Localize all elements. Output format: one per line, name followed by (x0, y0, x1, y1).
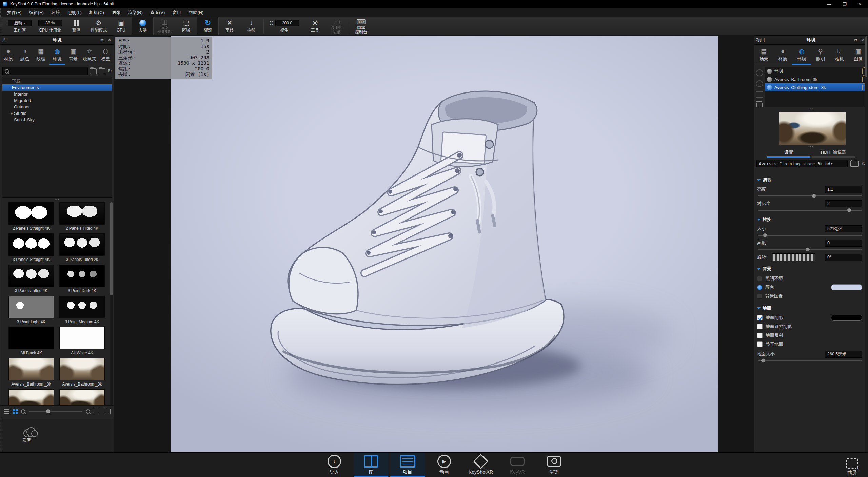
unlock-icon[interactable] (862, 68, 863, 74)
screenshot-button[interactable]: 截屏 (840, 458, 865, 476)
dolly-button[interactable]: ↓ 推移 (240, 17, 262, 35)
background-image-option[interactable]: 背景图像 (757, 292, 862, 300)
library-tab-materials[interactable]: ●材质 (0, 45, 17, 65)
menu-file[interactable]: 文件(F) (3, 8, 25, 17)
environment-thumb[interactable]: 3 Panels Tilted 4K (8, 265, 54, 293)
environment-thumb[interactable]: 2 Panels Straight 4K (8, 202, 54, 231)
environment-thumb[interactable]: All Black 4K (8, 327, 54, 355)
ground-shadow-option[interactable]: 地面阴影 (757, 313, 862, 322)
environment-thumb[interactable]: 3 Point Light 4K (8, 296, 54, 324)
project-tab-scene[interactable]: ▤场景 (754, 45, 773, 65)
menu-camera[interactable]: 相机(C) (85, 8, 108, 17)
hdri-preview-image[interactable] (779, 112, 846, 145)
thumbnail-size-slider[interactable] (29, 411, 82, 412)
unlock-icon[interactable] (862, 77, 863, 82)
environment-row-clothing-store[interactable]: Aversis_Clothing-store_3k (765, 83, 865, 91)
section-background[interactable]: 背景 (757, 266, 862, 272)
realtime-viewport[interactable]: FPS:1.9 时间:15s 采样值:2 三角形:903,298 资源:1580… (114, 35, 755, 453)
menu-help[interactable]: 帮助(H) (185, 8, 207, 17)
ground-reflection-option[interactable]: 地面反射 (757, 331, 862, 340)
browse-folder-icon[interactable] (850, 161, 859, 167)
background-color-option[interactable]: 颜色 (757, 283, 862, 292)
brightness-field[interactable]: 1.1 (825, 186, 862, 193)
project-tab-environment[interactable]: ◍环境 (792, 45, 811, 65)
checkbox-checked-icon[interactable] (757, 315, 763, 320)
close-panel-icon[interactable]: ✕ (107, 38, 112, 42)
library-tab-environments[interactable]: ◍环境 (49, 45, 65, 65)
menu-lighting[interactable]: 照明(L) (64, 8, 85, 17)
environment-thumb[interactable]: 3 Point Medium 4K (59, 296, 105, 324)
project-tab-lighting[interactable]: ⚲照明 (811, 45, 830, 65)
checkbox-icon[interactable] (757, 333, 763, 338)
height-slider[interactable] (758, 248, 862, 251)
dock-library[interactable]: 库 (354, 453, 388, 477)
menu-edit[interactable]: 编辑(E) (25, 8, 47, 17)
library-splitter-handle[interactable]: ••• (0, 198, 114, 201)
library-tab-models[interactable]: ⬡模型 (98, 45, 114, 65)
project-tab-material[interactable]: ●材质 (773, 45, 792, 65)
radio-icon[interactable] (757, 294, 762, 299)
float-panel-icon[interactable]: ⧉ (100, 38, 104, 42)
close-panel-icon[interactable]: ✕ (861, 38, 866, 42)
contrast-field[interactable]: 2 (825, 200, 862, 207)
environment-thumb[interactable]: Aversis_Bathroom_3k (59, 358, 105, 387)
denoise-button[interactable]: 去噪 (132, 17, 154, 35)
tree-item-migrated[interactable]: Migrated (2, 97, 112, 104)
environment-thumb[interactable]: All White 4K (59, 327, 105, 355)
list-view-icon[interactable] (4, 409, 9, 414)
environment-row-default[interactable]: 环境 (765, 67, 865, 75)
delete-environment-icon[interactable] (756, 103, 763, 107)
performance-mode-button[interactable]: ⚙ 性能模式 (87, 17, 110, 35)
library-tab-favorites[interactable]: ☆收藏夹 (81, 45, 98, 65)
section-ground[interactable]: 地面 (757, 305, 862, 311)
tree-item-environments[interactable]: −Environments (2, 84, 112, 91)
open-folder-icon[interactable] (104, 409, 111, 414)
checkbox-icon[interactable] (757, 324, 763, 329)
section-adjustments[interactable]: 调节 (757, 177, 862, 183)
checkbox-icon[interactable] (757, 341, 763, 347)
library-tab-textures[interactable]: ▦纹理 (33, 45, 49, 65)
dock-render[interactable]: 渲染 (537, 453, 571, 477)
pause-button[interactable]: 暂停 (65, 17, 87, 35)
height-field[interactable]: 0 (825, 240, 862, 247)
section-transform[interactable]: 转换 (757, 216, 862, 223)
menu-image[interactable]: 图像 (108, 8, 124, 17)
dock-keyshotxr[interactable]: KeyShotXR (463, 453, 498, 477)
library-search-input[interactable] (2, 67, 88, 75)
hdri-editor-subtab[interactable]: HDRI 编辑器 (812, 148, 855, 158)
environment-row-bathroom[interactable]: Aversis_Bathroom_3k (765, 75, 865, 83)
tools-button[interactable]: ⚒ 工具 (304, 17, 326, 35)
thumbnail-scrollbar[interactable] (110, 202, 113, 405)
fov-control[interactable]: ⛶200.0 视角 (265, 17, 304, 35)
environment-thumb[interactable]: 2 Panels Tilted 4K (59, 202, 105, 231)
duplicate-environment-icon[interactable] (756, 91, 763, 98)
add-folder-icon[interactable] (99, 68, 105, 74)
render-canvas[interactable] (171, 36, 718, 452)
ground-size-slider[interactable] (758, 359, 862, 362)
unlock-icon[interactable] (862, 85, 863, 90)
menu-window[interactable]: 窗口 (169, 8, 185, 17)
library-tab-colors[interactable]: ◑颜色 (17, 45, 33, 65)
script-console-button[interactable]: ⌨ 脚本 控制台 (350, 17, 372, 35)
maximize-button[interactable]: ❐ (837, 0, 852, 8)
contrast-slider[interactable] (758, 208, 862, 212)
gpu-button[interactable]: ▣ GPU (110, 17, 132, 35)
workspace-dropdown[interactable]: 启动▾ 工作区 (4, 17, 35, 35)
environment-thumb[interactable]: Aversis_Clothing- (8, 389, 54, 405)
dock-import[interactable]: ⤓ 导入 (317, 453, 352, 477)
tree-item-outdoor[interactable]: Outdoor (2, 104, 112, 110)
project-panel-scrollbar[interactable] (865, 36, 868, 452)
ground-occlusion-option[interactable]: 地面遮挡阴影 (757, 322, 862, 331)
radio-icon[interactable] (757, 276, 762, 281)
menu-render[interactable]: 渲染(R) (124, 8, 146, 17)
cpu-usage-field[interactable]: 88 % CPU 使用量 (35, 17, 65, 35)
refresh-library-icon[interactable]: ↻ (107, 69, 112, 74)
environment-library-icon[interactable] (756, 80, 763, 87)
environment-thumb[interactable]: Aversis_Bathroom_3k (8, 358, 54, 387)
tree-item-studio[interactable]: +Studio (2, 110, 112, 117)
size-slider[interactable] (758, 233, 862, 237)
zoom-in-icon[interactable] (86, 409, 90, 414)
ground-flatten-option[interactable]: 整平地面 (757, 340, 862, 349)
close-button[interactable]: ✕ (852, 0, 868, 8)
size-field[interactable]: 521毫米 (825, 225, 862, 232)
